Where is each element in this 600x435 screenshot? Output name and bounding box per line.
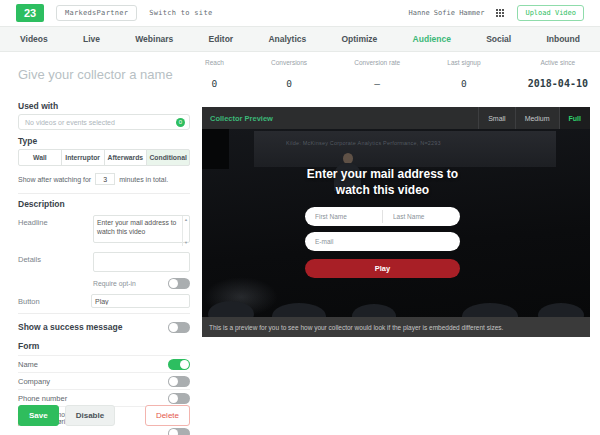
last-name-input[interactable] <box>383 213 460 220</box>
nav-social[interactable]: Social <box>486 34 511 44</box>
type-option-wall[interactable]: Wall <box>18 149 62 166</box>
form-heading: Form <box>18 342 190 351</box>
preview-header: Collector Preview Small Medium Full <box>202 107 590 129</box>
main-nav: Videos Live Webinars Editor Analytics Op… <box>0 26 600 52</box>
preview-title: Collector Preview <box>202 114 273 123</box>
minutes-input[interactable] <box>95 173 115 185</box>
nav-live[interactable]: Live <box>83 34 100 44</box>
user-name[interactable]: Hanne Sofie Hammer <box>409 9 485 17</box>
action-buttons-row: Save Disable Delete <box>18 405 190 426</box>
type-segmented-control: Wall Interruptor Afterwards Conditional <box>18 149 190 166</box>
stat-conversion-rate: Conversion rate – <box>354 59 400 89</box>
audience-silhouette <box>352 304 396 317</box>
stat-last-signup: Last signup 0 <box>447 59 480 89</box>
account-button[interactable]: MarkedsPartner <box>56 5 137 21</box>
stats-row: Reach 0 Conversions 0 Conversion rate – … <box>205 59 588 89</box>
used-with-placeholder: No videos or events selected <box>25 119 176 126</box>
used-with-count-badge[interactable]: 0 <box>176 118 185 127</box>
stat-conversions: Conversions 0 <box>271 59 307 89</box>
form-field-label: Phone number <box>18 394 67 403</box>
section-divider <box>18 313 190 314</box>
watch-condition-row: Show after watching for minutes in total… <box>18 173 190 185</box>
audience-silhouette <box>272 303 326 317</box>
preview-caption: This is a preview for you to see how you… <box>202 317 590 337</box>
nav-audience[interactable]: Audience <box>413 34 451 44</box>
headline-field-row: Headline Enter your mail address to watc… <box>18 215 190 247</box>
details-field-row: Details <box>18 252 190 276</box>
used-with-heading: Used with <box>18 102 190 111</box>
button-label: Button <box>18 294 91 308</box>
size-small-button[interactable]: Small <box>478 107 515 129</box>
stat-reach: Reach 0 <box>205 59 224 89</box>
size-medium-button[interactable]: Medium <box>515 107 559 129</box>
audience-silhouette <box>538 303 584 317</box>
type-option-interruptor[interactable]: Interruptor <box>61 149 105 166</box>
top-bar: 23 MarkedsPartner Switch to site Hanne S… <box>0 0 600 26</box>
custom-field-toggle[interactable] <box>168 428 190 435</box>
nav-videos[interactable]: Videos <box>20 34 48 44</box>
stat-active-since: Active since 2018-04-10 <box>528 59 588 89</box>
nav-optimize[interactable]: Optimize <box>341 34 377 44</box>
section-divider <box>18 193 190 194</box>
email-input[interactable] <box>305 238 460 245</box>
preview-size-switcher: Small Medium Full <box>478 107 590 129</box>
delete-button[interactable]: Delete <box>145 405 190 426</box>
collector-name-input[interactable] <box>18 67 203 82</box>
form-row-phone: Phone number <box>18 389 190 406</box>
projection-screen-shape <box>254 131 556 167</box>
save-button[interactable]: Save <box>18 405 59 426</box>
app-window: 23 MarkedsPartner Switch to site Hanne S… <box>0 0 600 102</box>
headline-label: Headline <box>18 215 93 247</box>
details-label: Details <box>18 252 93 276</box>
button-field-row: Button <box>18 294 190 308</box>
require-optin-toggle[interactable] <box>168 278 190 289</box>
description-heading: Description <box>18 200 190 209</box>
company-toggle[interactable] <box>168 376 190 387</box>
used-with-selector[interactable]: No videos or events selected 0 <box>18 114 190 130</box>
collector-header: Reach 0 Conversions 0 Conversion rate – … <box>0 52 600 102</box>
scroll-arrows-icon[interactable]: ▲▼ <box>182 216 189 246</box>
audience-silhouette <box>462 303 518 317</box>
slide-caption-text: Kilde: McKinsey Corporate Analytics Perf… <box>286 140 441 146</box>
email-input-pill <box>305 232 460 251</box>
form-field-label: Name <box>18 360 38 369</box>
type-heading: Type <box>18 137 190 146</box>
stage-dark-band <box>202 129 229 169</box>
collector-preview-panel: Collector Preview Small Medium Full Kild… <box>202 107 590 337</box>
collector-settings-panel: Used with No videos or events selected 0… <box>0 102 200 435</box>
watch-prefix: Show after watching for <box>18 176 91 183</box>
overlay-heading: Enter your mail address to watch this vi… <box>305 167 460 198</box>
nav-analytics[interactable]: Analytics <box>268 34 306 44</box>
form-row-name: Name <box>18 355 190 372</box>
button-text-input[interactable] <box>91 294 190 308</box>
name-inputs-pill <box>305 207 460 226</box>
form-field-label: Company <box>18 377 50 386</box>
watch-suffix: minutes in total. <box>119 176 168 183</box>
form-row-company: Company <box>18 372 190 389</box>
success-message-label: Show a success message <box>18 323 122 332</box>
phone-toggle[interactable] <box>168 393 190 404</box>
type-option-afterwards[interactable]: Afterwards <box>104 149 148 166</box>
nav-editor[interactable]: Editor <box>209 34 234 44</box>
size-full-button[interactable]: Full <box>559 107 590 129</box>
success-message-row: Show a success message <box>18 322 190 333</box>
nav-inbound[interactable]: Inbound <box>546 34 580 44</box>
apps-grid-icon[interactable] <box>496 9 505 18</box>
brand-logo[interactable]: 23 <box>16 4 44 22</box>
switch-to-site-link[interactable]: Switch to site <box>149 9 212 17</box>
require-optin-label: Require opt-in <box>93 280 136 287</box>
upload-video-button[interactable]: Upload Video <box>517 5 584 21</box>
first-name-input[interactable] <box>305 213 382 220</box>
require-optin-row: Require opt-in <box>93 278 190 289</box>
headline-textarea[interactable]: Enter your mail address to watch this vi… <box>93 215 190 243</box>
play-button[interactable]: Play <box>305 259 460 278</box>
nav-webinars[interactable]: Webinars <box>135 34 173 44</box>
disable-button[interactable]: Disable <box>65 405 115 426</box>
type-option-conditional[interactable]: Conditional <box>146 149 190 166</box>
success-message-toggle[interactable] <box>168 322 190 333</box>
video-preview-frame: Kilde: McKinsey Corporate Analytics Perf… <box>202 129 590 317</box>
name-toggle[interactable] <box>168 359 190 370</box>
collector-overlay: Enter your mail address to watch this vi… <box>305 167 460 278</box>
details-textarea[interactable] <box>93 252 190 272</box>
